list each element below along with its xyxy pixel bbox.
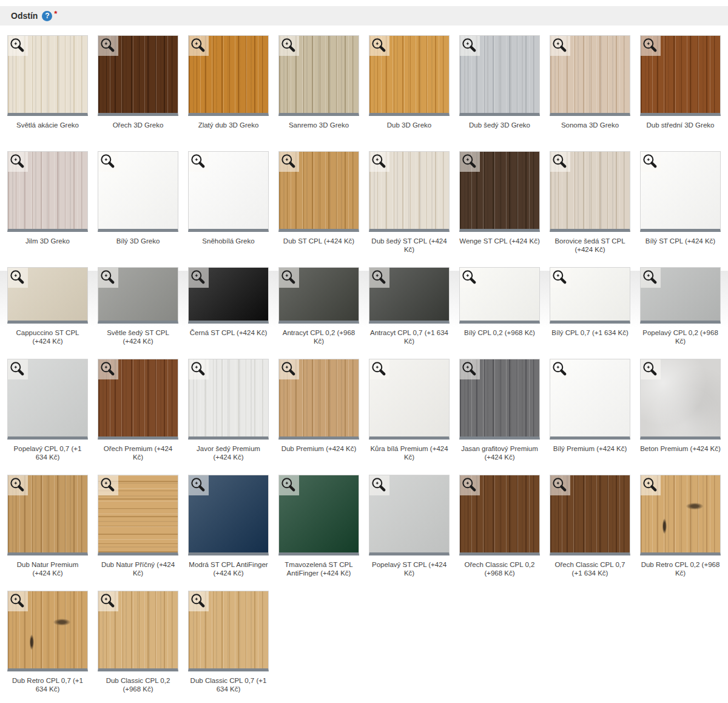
swatch-option[interactable]: Kůra bílá Premium (+424 Kč) bbox=[369, 359, 450, 461]
magnifier-plus-icon[interactable] bbox=[8, 268, 28, 288]
magnifier-plus-icon[interactable] bbox=[279, 36, 299, 56]
magnifier-plus-icon[interactable] bbox=[369, 152, 389, 172]
magnifier-plus-icon[interactable] bbox=[189, 359, 209, 379]
magnifier-plus-icon[interactable] bbox=[279, 359, 299, 379]
swatch-option[interactable]: Bílý CPL 0,7 (+1 634 Kč) bbox=[550, 267, 630, 345]
swatch-option[interactable]: Sonoma 3D Greko bbox=[550, 35, 630, 138]
swatch-option[interactable]: Antracyt CPL 0,7 (+1 634 Kč) bbox=[369, 267, 450, 345]
magnifier-plus-icon[interactable] bbox=[550, 152, 570, 172]
swatch-option[interactable]: Bílý Premium (+424 Kč) bbox=[550, 359, 630, 461]
swatch-image[interactable] bbox=[278, 475, 359, 555]
swatch-image[interactable] bbox=[640, 151, 721, 232]
swatch-image[interactable] bbox=[369, 151, 450, 232]
swatch-option[interactable]: Bílý 3D Greko bbox=[98, 151, 178, 254]
magnifier-plus-icon[interactable] bbox=[189, 268, 209, 288]
swatch-image[interactable] bbox=[278, 35, 359, 116]
swatch-image[interactable] bbox=[188, 475, 269, 555]
magnifier-plus-icon[interactable] bbox=[641, 36, 661, 56]
magnifier-plus-icon[interactable] bbox=[550, 359, 570, 379]
swatch-option[interactable]: Černá ST CPL (+424 Kč) bbox=[188, 267, 269, 345]
swatch-image[interactable] bbox=[98, 35, 178, 116]
swatch-option[interactable]: Sanremo 3D Greko bbox=[278, 35, 359, 138]
swatch-image[interactable] bbox=[7, 267, 88, 324]
magnifier-plus-icon[interactable] bbox=[641, 152, 661, 172]
magnifier-plus-icon[interactable] bbox=[460, 36, 480, 56]
magnifier-plus-icon[interactable] bbox=[279, 268, 299, 288]
magnifier-plus-icon[interactable] bbox=[369, 36, 389, 56]
swatch-option[interactable]: Dub Premium (+424 Kč) bbox=[278, 359, 359, 461]
swatch-option[interactable]: Dub ST CPL (+424 Kč) bbox=[278, 151, 359, 254]
magnifier-plus-icon[interactable] bbox=[460, 268, 480, 288]
swatch-option[interactable]: Cappuccino ST CPL (+424 Kč) bbox=[7, 267, 88, 345]
magnifier-plus-icon[interactable] bbox=[369, 475, 389, 495]
swatch-image[interactable] bbox=[550, 475, 630, 555]
magnifier-plus-icon[interactable] bbox=[98, 152, 118, 172]
swatch-image[interactable] bbox=[459, 267, 540, 324]
swatch-image[interactable] bbox=[98, 151, 178, 232]
magnifier-plus-icon[interactable] bbox=[550, 475, 570, 495]
swatch-image[interactable] bbox=[188, 359, 269, 440]
swatch-option[interactable]: Dub střední 3D Greko bbox=[640, 35, 721, 138]
swatch-image[interactable] bbox=[550, 267, 630, 324]
swatch-image[interactable] bbox=[188, 35, 269, 116]
magnifier-plus-icon[interactable] bbox=[8, 359, 28, 379]
swatch-option[interactable]: Ořech Classic CPL 0,2 (+968 Kč) bbox=[459, 475, 540, 577]
swatch-image[interactable] bbox=[459, 35, 540, 116]
swatch-image[interactable] bbox=[369, 359, 450, 440]
magnifier-plus-icon[interactable] bbox=[550, 36, 570, 56]
swatch-option[interactable]: Bílý ST CPL (+424 Kč) bbox=[640, 151, 721, 254]
swatch-option[interactable]: Borovice šedá ST CPL (+424 Kč) bbox=[550, 151, 630, 254]
swatch-image[interactable] bbox=[7, 35, 88, 116]
swatch-option[interactable]: Popelavý ST CPL (+424 Kč) bbox=[369, 475, 450, 577]
swatch-option[interactable]: Světle šedý ST CPL (+424 Kč) bbox=[98, 267, 178, 345]
magnifier-plus-icon[interactable] bbox=[460, 152, 480, 172]
swatch-image[interactable] bbox=[278, 359, 359, 440]
magnifier-plus-icon[interactable] bbox=[641, 268, 661, 288]
magnifier-plus-icon[interactable] bbox=[189, 591, 209, 611]
swatch-image[interactable] bbox=[640, 475, 721, 555]
swatch-option[interactable]: Tmavozelená ST CPL AntiFinger (+424 Kč) bbox=[278, 475, 359, 577]
swatch-image[interactable] bbox=[98, 359, 178, 440]
swatch-image[interactable] bbox=[278, 151, 359, 232]
swatch-option[interactable]: Javor šedý Premium (+424 Kč) bbox=[188, 359, 269, 461]
swatch-option[interactable]: Jilm 3D Greko bbox=[7, 151, 88, 254]
help-icon[interactable]: ? bbox=[42, 11, 52, 21]
magnifier-plus-icon[interactable] bbox=[189, 475, 209, 495]
swatch-image[interactable] bbox=[7, 359, 88, 440]
magnifier-plus-icon[interactable] bbox=[279, 152, 299, 172]
swatch-option[interactable]: Popelavý CPL 0,2 (+968 Kč) bbox=[640, 267, 721, 345]
swatch-image[interactable] bbox=[550, 35, 630, 116]
magnifier-plus-icon[interactable] bbox=[550, 268, 570, 288]
magnifier-plus-icon[interactable] bbox=[641, 475, 661, 495]
swatch-option[interactable]: Dub Natur Příčný (+424 Kč) bbox=[98, 475, 178, 577]
magnifier-plus-icon[interactable] bbox=[8, 475, 28, 495]
swatch-image[interactable] bbox=[459, 151, 540, 232]
magnifier-plus-icon[interactable] bbox=[8, 152, 28, 172]
swatch-option[interactable]: Zlatý dub 3D Greko bbox=[188, 35, 269, 138]
swatch-image[interactable] bbox=[640, 359, 721, 440]
swatch-image[interactable] bbox=[550, 151, 630, 232]
magnifier-plus-icon[interactable] bbox=[98, 268, 118, 288]
swatch-image[interactable] bbox=[188, 151, 269, 232]
magnifier-plus-icon[interactable] bbox=[189, 152, 209, 172]
magnifier-plus-icon[interactable] bbox=[98, 359, 118, 379]
swatch-option[interactable]: Dub šedý 3D Greko bbox=[459, 35, 540, 138]
swatch-image[interactable] bbox=[640, 267, 721, 324]
magnifier-plus-icon[interactable] bbox=[369, 268, 389, 288]
magnifier-plus-icon[interactable] bbox=[98, 591, 118, 611]
swatch-image[interactable] bbox=[640, 35, 721, 116]
swatch-image[interactable] bbox=[550, 359, 630, 440]
swatch-option[interactable]: Ořech 3D Greko bbox=[98, 35, 178, 138]
swatch-option[interactable]: Dub Natur Premium (+424 Kč) bbox=[7, 475, 88, 577]
swatch-option[interactable]: Dub Retro CPL 0,2 (+968 Kč) bbox=[640, 475, 721, 577]
magnifier-plus-icon[interactable] bbox=[8, 591, 28, 611]
magnifier-plus-icon[interactable] bbox=[460, 359, 480, 379]
swatch-image[interactable] bbox=[459, 475, 540, 555]
swatch-option[interactable]: Antracyt CPL 0,2 (+968 Kč) bbox=[278, 267, 359, 345]
swatch-option[interactable]: Sněhobílá Greko bbox=[188, 151, 269, 254]
swatch-option[interactable]: Dub Classic CPL 0,7 (+1 634 Kč) bbox=[188, 591, 269, 693]
magnifier-plus-icon[interactable] bbox=[189, 36, 209, 56]
swatch-image[interactable] bbox=[98, 267, 178, 324]
swatch-image[interactable] bbox=[369, 475, 450, 555]
swatch-option[interactable]: Beton Premium (+424 Kč) bbox=[640, 359, 721, 461]
